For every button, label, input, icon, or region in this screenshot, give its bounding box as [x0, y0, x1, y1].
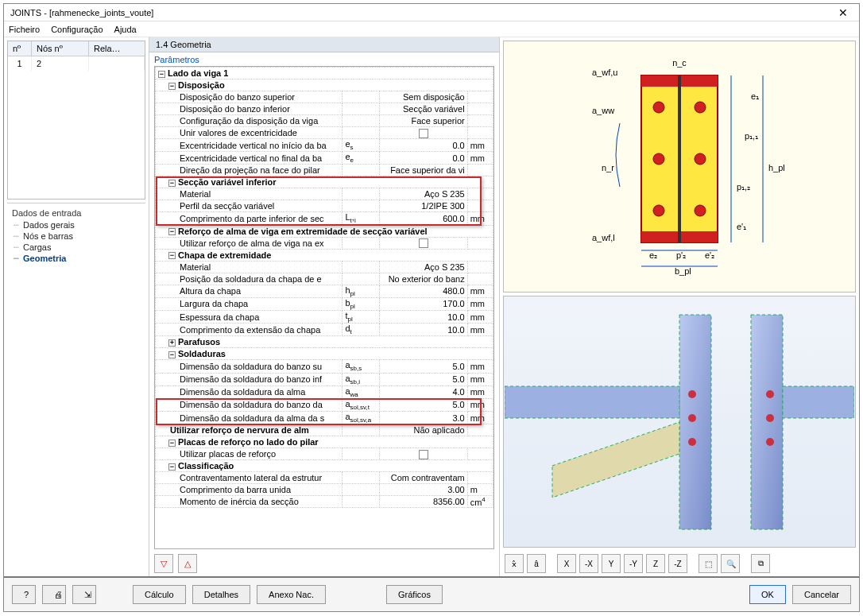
warning-icon[interactable]: △	[178, 554, 197, 573]
param-row[interactable]: Utilizar reforço de nervura de almNão ap…	[156, 424, 493, 436]
svg-marker-30	[505, 386, 679, 418]
tree-item-loads[interactable]: Cargas	[12, 242, 141, 253]
view-copy-icon[interactable]: ⧉	[751, 554, 770, 573]
svg-text:e₂: e₂	[649, 250, 657, 260]
svg-point-36	[766, 390, 774, 398]
param-row[interactable]: −Soldaduras	[156, 348, 493, 360]
nav-row[interactable]: 1 2	[8, 56, 145, 71]
param-row[interactable]: Altura da chapahpl480.0mm	[156, 285, 493, 297]
svg-point-38	[766, 438, 774, 446]
ok-button[interactable]: OK	[749, 585, 786, 604]
print-icon[interactable]: 🖨	[42, 585, 66, 604]
param-row[interactable]: Disposição do banzo superiorSem disposiç…	[156, 91, 493, 103]
param-row[interactable]: Posição da soldadura da chapa de eNo ext…	[156, 273, 493, 285]
svg-text:a_wf,l: a_wf,l	[592, 233, 615, 242]
view-nx-icon[interactable]: -X	[579, 554, 598, 573]
svg-point-8	[653, 205, 664, 216]
param-row[interactable]: −Chapa de extremidade	[156, 249, 493, 261]
calc-button[interactable]: Cálculo	[133, 585, 186, 604]
3d-view[interactable]	[503, 296, 856, 548]
param-row[interactable]: Comprimento da parte inferior de secLt,i…	[156, 212, 493, 225]
param-row[interactable]: Unir valores de excentricidade	[156, 127, 493, 139]
param-row[interactable]: Espessura da chapatpl10.0mm	[156, 310, 493, 323]
view-z-icon[interactable]: Z	[646, 554, 665, 573]
param-row[interactable]: MaterialAço S 235	[156, 188, 493, 200]
svg-marker-28	[679, 315, 711, 529]
param-row[interactable]: MaterialAço S 235	[156, 261, 493, 273]
param-row[interactable]: Momento de inércia da secção8356.00cm4	[156, 496, 493, 508]
axis-a-icon[interactable]: â	[527, 554, 546, 573]
param-row[interactable]: Contraventamento lateral da estruturCom …	[156, 472, 493, 484]
nav-col-nodes[interactable]: Nós nº	[32, 41, 89, 56]
svg-text:p₁,₁: p₁,₁	[745, 131, 758, 141]
right-panel: a_wf,u n_c a_ww n_r a_wf,l e₂ p'₂ e'₂ b_…	[500, 37, 859, 576]
svg-point-4	[653, 102, 664, 113]
help-icon[interactable]: ?	[12, 585, 36, 604]
param-row[interactable]: Utilizar reforço de alma de viga na ex	[156, 237, 493, 249]
param-row[interactable]: −Placas de reforço no lado do pilar	[156, 436, 493, 448]
param-row[interactable]: −Lado da viga 1	[156, 68, 493, 79]
axis-x-icon[interactable]: x̂	[505, 554, 524, 573]
menu-file[interactable]: Ficheiro	[9, 25, 40, 34]
param-row[interactable]: Dimensão da soldadura do banzo daasol,sv…	[156, 398, 493, 411]
svg-text:b_pl: b_pl	[675, 266, 691, 276]
export-icon[interactable]: ⇲	[72, 585, 96, 604]
menu-config[interactable]: Configuração	[51, 25, 103, 34]
nav-col-no[interactable]: nº	[8, 41, 32, 56]
param-row[interactable]: −Classificação	[156, 460, 493, 472]
param-row[interactable]: Dimensão da soldadura do banzo suasb,s5.…	[156, 360, 493, 373]
svg-marker-29	[751, 315, 783, 529]
param-row[interactable]: Direção da projeção na face do pilarFace…	[156, 165, 493, 176]
params-label: Parâmetros	[149, 52, 499, 64]
close-icon[interactable]: ✕	[834, 6, 853, 19]
view-zoom-icon[interactable]: 🔍	[721, 554, 740, 573]
view-y-icon[interactable]: Y	[602, 554, 621, 573]
annex-button[interactable]: Anexo Nac.	[257, 585, 326, 604]
menubar: Ficheiro Configuração Ajuda	[4, 21, 859, 37]
tree-item-geometry[interactable]: Geometria	[12, 253, 141, 264]
parametric-diagram: a_wf,u n_c a_ww n_r a_wf,l e₂ p'₂ e'₂ b_…	[503, 41, 856, 293]
param-row[interactable]: −Disposição	[156, 79, 493, 91]
param-row[interactable]: Dimensão da soldadura da almaawa4.0mm	[156, 385, 493, 398]
cancel-button[interactable]: Cancelar	[792, 585, 851, 604]
svg-text:a_wf,u: a_wf,u	[592, 68, 617, 77]
param-grid-scroll[interactable]: −Lado da viga 1−DisposiçãoDisposição do …	[154, 66, 494, 549]
svg-text:h_pl: h_pl	[768, 163, 785, 172]
svg-point-35	[688, 438, 696, 446]
param-row[interactable]: −Secção variável inferior	[156, 176, 493, 188]
param-row[interactable]: Configuração da disposição da vigaFace s…	[156, 115, 493, 127]
param-row[interactable]: Comprimento da barra unida3.00m	[156, 484, 493, 496]
tree-item-general[interactable]: Dados gerais	[12, 219, 141, 231]
view-ny-icon[interactable]: -Y	[624, 554, 643, 573]
param-row[interactable]: Dimensão da soldadura da alma da sasol,s…	[156, 412, 493, 424]
svg-text:p₁,₂: p₁,₂	[737, 182, 750, 192]
titlebar: JOINTS - [rahmenecke_joints_voute] ✕	[4, 4, 859, 21]
error-down-icon[interactable]: ▽	[154, 554, 173, 573]
nav-col-rel[interactable]: Rela…	[89, 41, 145, 56]
param-row[interactable]: −Reforço de alma de viga em extremidade …	[156, 225, 493, 237]
param-row[interactable]: +Parafusos	[156, 336, 493, 348]
param-row[interactable]: Disposição do banzo inferiorSecção variá…	[156, 103, 493, 115]
menu-help[interactable]: Ajuda	[114, 25, 137, 34]
details-button[interactable]: Detalhes	[192, 585, 250, 604]
param-row[interactable]: Dimensão da soldadura do banzo infasb,i5…	[156, 373, 493, 385]
param-row[interactable]: Comprimento da extensão da chapadt10.0mm	[156, 323, 493, 336]
view-x-icon[interactable]: X	[557, 554, 576, 573]
tree-item-nodes[interactable]: Nós e barras	[12, 231, 141, 242]
svg-text:a_ww: a_ww	[592, 106, 614, 115]
param-row[interactable]: Utilizar placas de reforço	[156, 448, 493, 460]
nav-header: nº Nós nº Rela…	[8, 41, 145, 56]
svg-marker-32	[552, 422, 679, 498]
view-iso-icon[interactable]: ⬚	[699, 554, 718, 573]
param-row[interactable]: Excentricidade vertical no início da bae…	[156, 139, 493, 152]
tree-title: Dados de entrada	[12, 207, 141, 219]
content-area: nº Nós nº Rela… 1 2 Dados de entrada Dad…	[4, 37, 859, 576]
view-nz-icon[interactable]: -Z	[668, 554, 687, 573]
graphs-button[interactable]: Gráficos	[386, 585, 443, 604]
param-row[interactable]: Largura da chapabpl170.0mm	[156, 297, 493, 310]
nav-tree: Dados de entrada Dados gerais Nós e barr…	[7, 203, 145, 267]
svg-text:p'₂: p'₂	[676, 250, 686, 260]
param-row[interactable]: Excentricidade vertical no final da baee…	[156, 152, 493, 165]
param-row[interactable]: Perfil da secção variável1/2IPE 300	[156, 200, 493, 212]
svg-text:n_r: n_r	[602, 163, 614, 172]
